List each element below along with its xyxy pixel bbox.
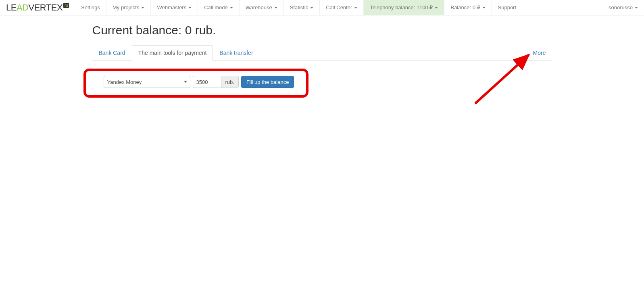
caret-icon — [141, 7, 144, 8]
nav-webmasters[interactable]: Webmasters — [150, 0, 198, 15]
payment-method-wrap: Yandex Money — [104, 76, 190, 88]
caret-icon — [435, 7, 438, 8]
nav-call-mode[interactable]: Call mode — [198, 0, 239, 15]
logo-ad: AD — [17, 2, 29, 13]
nav-balance[interactable]: Balance: 0 ₽ — [444, 0, 491, 15]
logo-le: LE — [6, 2, 17, 13]
fill-balance-button[interactable]: Fill up the balance — [241, 76, 294, 88]
payment-method-select[interactable]: Yandex Money — [104, 76, 190, 88]
nav-my-projects[interactable]: My projects — [106, 0, 150, 15]
nav-right: sonorusso — [602, 0, 644, 15]
nav-support-label: Support — [498, 4, 517, 10]
caret-icon — [482, 7, 486, 8]
nav-statistic-label: Statistic — [290, 4, 308, 10]
caret-icon — [635, 7, 638, 8]
nav-settings-label: Settings — [81, 4, 100, 10]
nav-telephony-balance[interactable]: Telephony balance: 1100 ₽ — [363, 0, 444, 15]
tabs: Bank Card The main tools for payment Ban… — [92, 45, 260, 60]
nav-support[interactable]: Support — [492, 0, 523, 15]
main-content: Current balance: 0 rub. Bank Card The ma… — [86, 15, 558, 103]
nav-telephony-balance-label: Telephony balance: 1100 ₽ — [370, 4, 433, 10]
nav-my-projects-label: My projects — [113, 4, 139, 10]
nav-call-center-label: Call Center — [326, 4, 352, 10]
nav-webmasters-label: Webmasters — [157, 4, 186, 10]
nav-call-center[interactable]: Call Center — [319, 0, 363, 15]
nav-statistic[interactable]: Statistic — [283, 0, 320, 15]
currency-addon: rub. — [221, 76, 239, 88]
page-title: Current balance: 0 rub. — [92, 23, 552, 37]
nav-left: Settings My projects Webmasters Call mod… — [75, 0, 522, 15]
logo[interactable]: LEADVERTEXru — [0, 0, 75, 15]
nav-warehouse-label: Warehouse — [246, 4, 272, 10]
caret-icon — [230, 7, 233, 8]
nav-call-mode-label: Call mode — [204, 4, 228, 10]
top-navbar: LEADVERTEXru Settings My projects Webmas… — [0, 0, 644, 15]
nav-warehouse[interactable]: Warehouse — [239, 0, 283, 15]
tab-main-tools[interactable]: The main tools for payment — [132, 45, 213, 61]
logo-badge: ru — [63, 3, 69, 8]
payment-form: Yandex Money rub. Fill up the balance — [92, 69, 306, 95]
logo-vertex: VERTEX — [28, 2, 63, 13]
tab-bank-transfer[interactable]: Bank transfer — [213, 45, 259, 61]
payment-form-zone: Yandex Money rub. Fill up the balance — [92, 69, 306, 95]
caret-icon — [310, 7, 313, 8]
tab-more[interactable]: More — [527, 46, 552, 60]
caret-icon — [188, 7, 192, 8]
caret-icon — [274, 7, 277, 8]
nav-settings[interactable]: Settings — [75, 0, 106, 15]
amount-input[interactable] — [193, 76, 221, 88]
caret-icon — [354, 7, 357, 8]
nav-user[interactable]: sonorusso — [602, 0, 644, 15]
amount-input-group: rub. — [193, 76, 239, 88]
tab-bank-card[interactable]: Bank Card — [92, 45, 132, 61]
nav-user-label: sonorusso — [609, 4, 633, 10]
tabs-row: Bank Card The main tools for payment Ban… — [92, 45, 552, 61]
nav-balance-label: Balance: 0 ₽ — [450, 4, 480, 10]
